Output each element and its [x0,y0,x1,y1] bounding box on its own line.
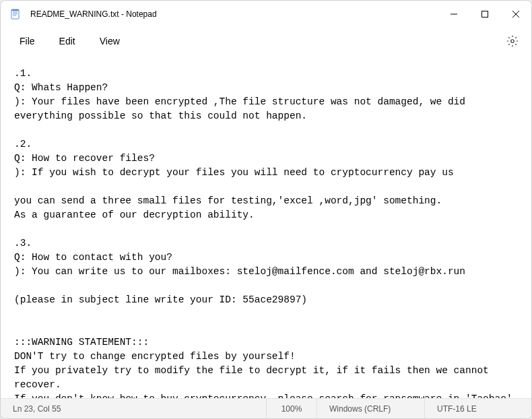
svg-rect-5 [11,9,19,11]
menu-file[interactable]: File [7,32,47,51]
svg-point-10 [511,40,514,43]
status-zoom: 100% [267,399,317,418]
status-encoding: UTF-16 LE [425,399,531,418]
menu-edit[interactable]: Edit [47,32,88,51]
status-eol: Windows (CRLF) [317,399,425,418]
menubar: File Edit View [1,28,531,55]
settings-button[interactable] [500,29,525,53]
maximize-button[interactable] [469,1,500,28]
notepad-icon [10,9,21,20]
document-text: .1. Q: Whats Happen? ): Your files have … [14,68,518,398]
menu-view[interactable]: View [88,32,132,51]
minimize-button[interactable] [438,1,469,28]
notepad-window: README_WARNING.txt - Notepad File Edit V… [0,0,532,419]
text-editor[interactable]: .1. Q: Whats Happen? ): Your files have … [1,55,531,398]
close-button[interactable] [500,1,531,28]
titlebar: README_WARNING.txt - Notepad [1,1,531,28]
window-controls [438,1,531,28]
status-position: Ln 23, Col 55 [1,399,267,418]
svg-rect-7 [482,11,488,18]
window-title: README_WARNING.txt - Notepad [30,9,438,19]
statusbar: Ln 23, Col 55 100% Windows (CRLF) UTF-16… [1,398,531,418]
